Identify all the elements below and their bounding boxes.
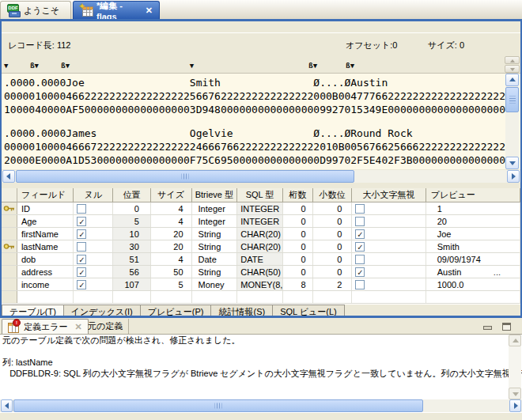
null-checkbox[interactable] [77,204,86,214]
problems-vertical-scrollbar[interactable] [509,335,521,399]
null-checkbox[interactable]: ✓ [77,229,86,239]
field-boundary-marker[interactable]: ß▼ [61,60,70,71]
hex-text-line[interactable]: .0000.0000James Ogelvie Ø....ØRound Rock [4,127,520,140]
cell-key [2,278,17,290]
table-row[interactable]: Age✓54IntegerINTEGER0020 [2,215,520,228]
close-icon[interactable]: ✕ [146,6,153,16]
scroll-up-button[interactable] [505,74,519,86]
column-header-preview[interactable]: プレビュー [426,188,520,202]
offset-label: オフセット:0 [346,40,397,51]
cell-sqltype: CHAR(20) [237,228,283,240]
table-row[interactable]: ID04IntegerINTEGER001 [2,202,520,215]
scroll-thumb[interactable] [16,170,354,183]
column-header-dec[interactable]: 小数位 [313,188,353,202]
cell-key [2,215,17,227]
table-row[interactable]: income✓1075MoneyMONEY(8,2)821000.0 [2,278,520,291]
scroll-down-button[interactable] [505,157,519,169]
record-down-spinner[interactable] [505,65,520,73]
field-boundary-marker[interactable]: ▼ [4,60,8,71]
table-row[interactable] [2,291,520,304]
column-header-field[interactable]: フィールド [17,188,74,202]
close-icon[interactable]: ✕ [75,322,82,332]
case-insensitive-checkbox[interactable] [355,217,365,226]
case-insensitive-checkbox[interactable] [355,280,365,289]
size-label: サイズ: 0 [428,40,464,51]
editor-tab-bar: DDF ようこそ ✦ *編集 - flags ✕ [0,0,522,19]
scroll-right-button[interactable] [507,170,520,183]
hex-data-view[interactable]: .0000.0000Joe Smith Ø....ØAustin 0000010… [2,73,520,169]
table-row[interactable]: lastName3020StringCHAR(20)00✓Smith [2,240,520,253]
field-boundary-marker[interactable]: ß▼ [346,60,354,71]
scroll-left-button[interactable] [2,170,15,183]
field-boundary-marker[interactable]: ß▼ [30,60,39,71]
cell-key [2,228,17,240]
case-insensitive-checkbox[interactable] [355,204,365,214]
tab-edit-flags[interactable]: ✦ *編集 - flags ✕ [73,1,160,19]
tab-preview-view[interactable]: プレビュー(P) [141,305,212,316]
case-insensitive-checkbox[interactable]: ✓ [355,242,365,252]
column-header-null[interactable]: ヌル [74,188,113,202]
scroll-right-button[interactable] [509,399,521,412]
hex-high-nibbles-line[interactable]: 0000010000466222222222222222225667622222… [4,89,520,103]
column-header-btype[interactable]: Btrieve 型 [192,188,238,202]
field-boundary-marker[interactable]: ▼ [190,60,194,71]
field-boundary-marker[interactable]: ß▼ [308,60,317,71]
scroll-thumb[interactable] [505,87,519,112]
hex-vertical-scrollbar[interactable] [505,74,519,169]
null-checkbox[interactable]: ✓ [77,255,86,264]
tab-edit-flags-label: *編集 - flags [96,0,140,21]
cell-digits: 0 [283,266,313,278]
scroll-thumb[interactable] [13,399,423,412]
table-row[interactable]: dob✓514DateDATE0009/09/1974 [2,253,520,266]
problems-horizontal-scrollbar[interactable] [0,399,522,412]
column-header-key[interactable] [2,188,17,202]
hex-record: .0000.0000James Ogelvie Ø....ØRound Rock… [4,127,520,167]
tab-original-definition[interactable]: 元の定義 [82,319,129,334]
hex-horizontal-scrollbar[interactable] [2,170,520,183]
case-insensitive-checkbox[interactable]: ✓ [355,229,365,239]
hex-high-nibbles-line[interactable]: 0000010000466672222222222222222466676622… [4,140,520,153]
problems-tab-bar: ! 定義エラー ✕ 元の定義 [0,319,522,334]
cell-preview: Joe [426,228,520,240]
table-row[interactable]: firstName✓1020StringCHAR(20)00✓Joe [2,228,520,240]
scroll-up-button[interactable] [509,335,521,346]
hex-low-nibbles-line[interactable]: 20000E0000A1D53000000000000000F75C695000… [4,153,520,167]
case-insensitive-checkbox[interactable] [355,255,365,264]
column-header-pos[interactable]: 位置 [113,188,151,202]
column-header-sqltype[interactable]: SQL 型 [237,188,283,202]
cell-null [74,202,113,214]
cell-null [74,291,113,303]
minimize-icon[interactable] [482,323,492,331]
tab-index-view[interactable]: インデックス(I) [64,305,141,316]
error-message-area[interactable]: 元のテーブル定義で次の問題が検出され、修正されました。 列: lastName … [0,334,522,399]
record-up-spinner[interactable] [505,56,520,64]
tab-statistics-view[interactable]: 統計情報(S) [211,305,273,316]
column-header-size[interactable]: サイズ [151,188,192,202]
cell-case [352,215,426,227]
tab-table-view[interactable]: テーブル(T) [2,305,64,316]
error-summary-line: 元のテーブル定義で次の問題が検出され、修正されました。 [0,335,522,346]
table-row[interactable]: address✓5650StringCHAR(50)00✓Austin... [2,266,520,278]
error-blank-line [0,346,522,357]
cell-null: ✓ [74,253,113,265]
null-checkbox[interactable]: ✓ [77,217,86,226]
scroll-left-button[interactable] [1,399,13,412]
tab-sql-view[interactable]: SQL ビュー(L) [273,305,345,316]
cell-case [352,278,426,290]
column-header-digits[interactable]: 桁数 [283,188,313,202]
scroll-down-button[interactable] [509,388,521,399]
cell-preview: 09/09/1974 [426,253,520,265]
null-checkbox[interactable]: ✓ [77,267,86,277]
column-header-case[interactable]: 大小文字無視 [352,188,426,202]
case-insensitive-checkbox[interactable]: ✓ [355,267,365,277]
tab-welcome[interactable]: DDF ようこそ [0,1,71,19]
tab-definition-errors[interactable]: ! 定義エラー ✕ [2,319,89,334]
null-checkbox[interactable]: ✓ [77,280,86,289]
maximize-icon[interactable] [501,323,511,331]
cell-btype: String [192,240,238,252]
record-length-label: レコード長: 112 [8,40,70,51]
cell-digits: 0 [283,240,313,252]
hex-low-nibbles-line[interactable]: 1000040000AF5000000000000000003D94800000… [4,103,520,116]
null-checkbox[interactable] [77,242,86,252]
hex-text-line[interactable]: .0000.0000Joe Smith Ø....ØAustin [4,76,520,89]
